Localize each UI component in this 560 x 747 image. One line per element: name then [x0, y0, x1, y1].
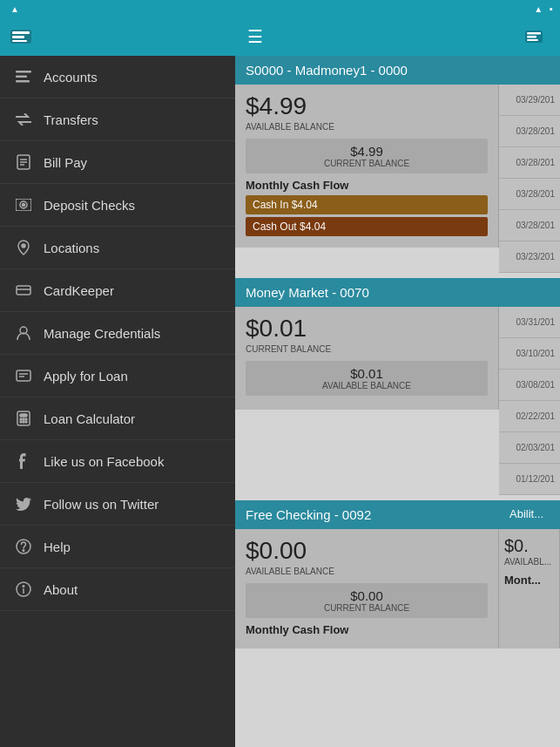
date-item: 01/12/201 [499, 464, 560, 495]
svg-point-11 [23, 204, 25, 207]
checking-header-row: Free Checking - 0092 Abilit... [235, 500, 560, 529]
sidebar-item-loan-calculator[interactable]: Loan Calculator [0, 397, 235, 440]
date-item: 03/10/201 [499, 338, 560, 370]
savings-available-amount: $4.99 [246, 93, 488, 120]
svg-rect-5 [16, 80, 30, 83]
money-market-cards-area: $0.01 CURRENT BALANCE $0.01 AVAILABLE BA… [235, 307, 499, 495]
sidebar-item-label-locations: Locations [44, 241, 99, 255]
date-item: 03/28/201 [499, 116, 560, 147]
checking-main-card[interactable]: $0.00 AVAILABLE BALANCE $0.00 CURRENT BA… [235, 529, 499, 649]
help-icon [14, 537, 33, 556]
sidebar-logo-icon [10, 30, 31, 44]
svg-rect-33 [527, 32, 541, 35]
sidebar-item-bill-pay[interactable]: Bill Pay [0, 141, 235, 184]
savings-cards-area: $4.99 AVAILABLE BALANCE $4.99 CURRENT BA… [235, 85, 499, 273]
account-title-checking: Free Checking - 0092 [235, 500, 499, 529]
svg-point-26 [23, 421, 24, 423]
app-body: AccountsTransfersBill PayDeposit ChecksL… [0, 17, 560, 747]
sidebar-item-deposit-checks[interactable]: Deposit Checks [0, 184, 235, 227]
sidebar-item-locations[interactable]: Locations [0, 227, 235, 269]
sidebar-item-label-like-facebook: Like us on Facebook [44, 454, 164, 469]
main-header: ☰ [235, 17, 560, 56]
accounts-icon [14, 67, 33, 86]
about-icon [14, 580, 33, 599]
ability-cash-flow: Mont... [504, 574, 554, 587]
sidebar-item-cardkeeper[interactable]: CardKeeper [0, 269, 235, 312]
account-title-money-market: Money Market - 0070 [235, 278, 560, 307]
svg-rect-14 [17, 286, 30, 295]
svg-rect-4 [16, 76, 27, 78]
svg-point-27 [25, 421, 27, 423]
svg-point-24 [25, 418, 27, 420]
savings-cash-flow-title: Monthly Cash Flow [246, 179, 488, 192]
hamburger-button[interactable]: ☰ [247, 26, 263, 47]
checking-current-label: CURRENT BALANCE [254, 603, 479, 613]
savings-current-amount: $4.99 [254, 144, 479, 159]
checking-cash-flow: Monthly Cash Flow [246, 623, 488, 636]
sidebar-item-label-transfers: Transfers [44, 112, 98, 127]
money-market-card-row: $0.01 CURRENT BALANCE $0.01 AVAILABLE BA… [235, 307, 560, 495]
svg-point-32 [23, 586, 24, 587]
money-market-date-column: 03/31/20103/10/20103/08/20102/22/20102/0… [499, 307, 560, 495]
sidebar-item-transfers[interactable]: Transfers [0, 98, 235, 141]
sidebar-item-label-bill-pay: Bill Pay [44, 155, 87, 170]
date-item: 03/08/201 [499, 370, 560, 401]
account-section-money-market: Money Market - 0070 $0.01 CURRENT BALANC… [235, 278, 560, 495]
sidebar-item-follow-twitter[interactable]: Follow us on Twitter [0, 483, 235, 526]
checking-current-amount: $0.00 [254, 588, 479, 603]
date-item: 03/23/201 [499, 241, 560, 273]
main-content: ☰ S0000 - Madmoney1 - 0000 $4.99 [235, 17, 560, 747]
ability-card[interactable]: $0. AVAILABL... Mont... [499, 529, 560, 649]
sidebar-item-label-accounts: Accounts [44, 70, 98, 85]
manage-credentials-icon [14, 323, 33, 343]
sidebar-item-help[interactable]: Help [0, 526, 235, 568]
svg-point-13 [22, 244, 25, 248]
mm-current-amount: $0.01 [254, 366, 479, 381]
savings-cash-flow: Monthly Cash Flow Cash In $4.04 Cash Out… [246, 179, 488, 236]
sidebar-nav: AccountsTransfersBill PayDeposit ChecksL… [0, 56, 235, 747]
mm-current-label: AVAILABLE BALANCE [254, 381, 479, 390]
battery-icon: ▪ [550, 3, 553, 14]
mm-available-label: CURRENT BALANCE [246, 344, 488, 354]
checking-current-box: $0.00 CURRENT BALANCE [246, 583, 488, 618]
sidebar-item-apply-for-loan[interactable]: Apply for Loan [0, 355, 235, 397]
savings-main-card[interactable]: $4.99 AVAILABLE BALANCE $4.99 CURRENT BA… [235, 85, 499, 248]
sidebar-item-label-deposit-checks: Deposit Checks [44, 198, 135, 213]
savings-available-label: AVAILABLE BALANCE [246, 122, 488, 132]
savings-cash-out-bar: Cash Out $4.04 [246, 217, 488, 236]
sidebar-item-manage-credentials[interactable]: Manage Credentials [0, 312, 235, 355]
svg-point-23 [23, 418, 24, 420]
date-item: 03/29/201 [499, 85, 560, 116]
sidebar-item-about[interactable]: About [0, 568, 235, 611]
sidebar-item-label-loan-calculator: Loan Calculator [44, 411, 135, 426]
date-item: 03/28/201 [499, 147, 560, 179]
transfers-icon [14, 110, 33, 129]
date-item: 03/28/201 [499, 210, 560, 241]
accounts-scroll[interactable]: S0000 - Madmoney1 - 0000 $4.99 AVAILABLE… [235, 56, 560, 747]
checking-available-amount: $0.00 [246, 538, 488, 565]
checking-available-label: AVAILABLE BALANCE [246, 567, 488, 576]
svg-rect-1 [12, 36, 24, 38]
account-section-savings: S0000 - Madmoney1 - 0000 $4.99 AVAILABLE… [235, 56, 560, 273]
date-item: 02/22/201 [499, 401, 560, 432]
svg-rect-21 [20, 414, 27, 417]
status-bar: ▲ ▲ ▪ [0, 0, 560, 17]
svg-point-29 [23, 550, 24, 552]
wifi-icon: ▲ [10, 4, 19, 14]
ability-cash-flow-title: Mont... [504, 574, 554, 587]
sidebar-item-label-cardkeeper: CardKeeper [44, 283, 114, 298]
sidebar-item-like-facebook[interactable]: Like us on Facebook [0, 440, 235, 483]
sidebar-item-accounts[interactable]: Accounts [0, 56, 235, 98]
svg-rect-34 [527, 36, 536, 38]
apply-for-loan-icon [14, 366, 33, 385]
svg-point-25 [20, 421, 22, 423]
deposit-checks-icon [14, 195, 33, 214]
savings-current-label: CURRENT BALANCE [254, 159, 479, 168]
follow-twitter-icon [14, 494, 33, 513]
sidebar-item-label-help: Help [44, 540, 71, 554]
sidebar-item-label-about: About [44, 582, 78, 597]
date-item: 03/28/201 [499, 179, 560, 210]
money-market-main-card[interactable]: $0.01 CURRENT BALANCE $0.01 AVAILABLE BA… [235, 307, 499, 410]
account-section-checking: Free Checking - 0092 Abilit... $0.00 AVA… [235, 500, 560, 649]
checking-cards-row: $0.00 AVAILABLE BALANCE $0.00 CURRENT BA… [235, 529, 560, 649]
